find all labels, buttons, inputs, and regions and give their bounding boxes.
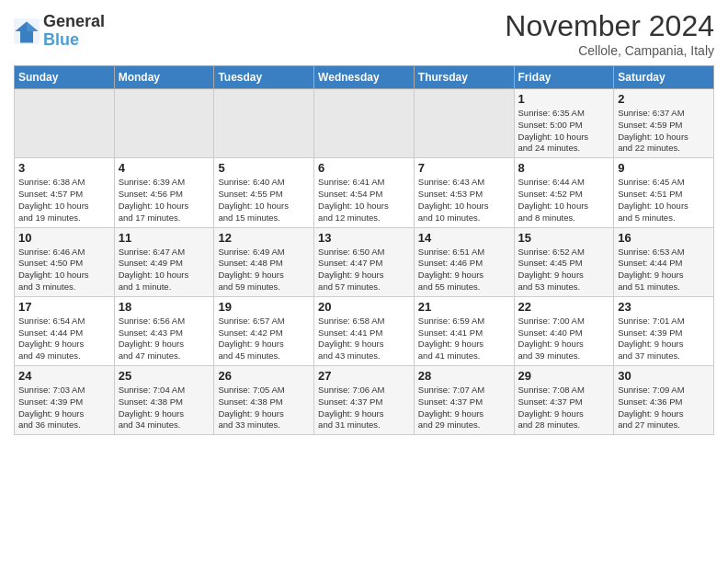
weekday-header-monday: Monday (114, 66, 214, 89)
day-number: 28 (418, 369, 510, 383)
cell-content: Sunrise: 6:52 AM Sunset: 4:45 PM Dayligh… (518, 247, 610, 293)
day-number: 6 (318, 161, 410, 175)
calendar-cell: 20Sunrise: 6:58 AM Sunset: 4:41 PM Dayli… (314, 296, 415, 365)
cell-content: Sunrise: 7:05 AM Sunset: 4:38 PM Dayligh… (218, 385, 310, 431)
calendar-cell: 17Sunrise: 6:54 AM Sunset: 4:44 PM Dayli… (15, 296, 115, 365)
title-block: November 2024 Cellole, Campania, Italy (505, 9, 714, 58)
cell-content: Sunrise: 6:51 AM Sunset: 4:46 PM Dayligh… (418, 247, 510, 293)
day-number: 7 (418, 161, 510, 175)
calendar-cell: 11Sunrise: 6:47 AM Sunset: 4:49 PM Dayli… (114, 227, 214, 296)
calendar-cell: 10Sunrise: 6:46 AM Sunset: 4:50 PM Dayli… (15, 227, 115, 296)
logo-icon (14, 18, 40, 44)
calendar-body: 1Sunrise: 6:35 AM Sunset: 5:00 PM Daylig… (15, 89, 714, 435)
calendar-cell: 18Sunrise: 6:56 AM Sunset: 4:43 PM Dayli… (114, 296, 214, 365)
weekday-header-thursday: Thursday (414, 66, 514, 89)
calendar-week-2: 3Sunrise: 6:38 AM Sunset: 4:57 PM Daylig… (15, 158, 714, 227)
cell-content: Sunrise: 6:49 AM Sunset: 4:48 PM Dayligh… (218, 247, 310, 293)
cell-content: Sunrise: 7:01 AM Sunset: 4:39 PM Dayligh… (618, 316, 710, 362)
calendar-week-1: 1Sunrise: 6:35 AM Sunset: 5:00 PM Daylig… (15, 89, 714, 158)
calendar-cell: 21Sunrise: 6:59 AM Sunset: 4:41 PM Dayli… (414, 296, 514, 365)
cell-content: Sunrise: 6:38 AM Sunset: 4:57 PM Dayligh… (18, 177, 110, 224)
calendar-cell: 14Sunrise: 6:51 AM Sunset: 4:46 PM Dayli… (414, 227, 514, 296)
cell-content: Sunrise: 6:58 AM Sunset: 4:41 PM Dayligh… (318, 316, 410, 362)
cell-content: Sunrise: 6:43 AM Sunset: 4:53 PM Dayligh… (418, 177, 510, 224)
calendar-cell: 9Sunrise: 6:45 AM Sunset: 4:51 PM Daylig… (614, 158, 714, 227)
day-number: 4 (119, 161, 210, 175)
day-number: 26 (218, 369, 310, 383)
weekday-header-sunday: Sunday (15, 66, 115, 89)
cell-content: Sunrise: 6:40 AM Sunset: 4:55 PM Dayligh… (218, 177, 310, 224)
cell-content: Sunrise: 6:54 AM Sunset: 4:44 PM Dayligh… (18, 316, 110, 362)
day-number: 18 (119, 300, 210, 314)
logo: General Blue (14, 13, 105, 50)
cell-content: Sunrise: 7:07 AM Sunset: 4:37 PM Dayligh… (418, 385, 510, 431)
cell-content: Sunrise: 6:39 AM Sunset: 4:56 PM Dayligh… (119, 177, 210, 224)
cell-content: Sunrise: 6:46 AM Sunset: 4:50 PM Dayligh… (18, 247, 110, 293)
calendar-cell: 5Sunrise: 6:40 AM Sunset: 4:55 PM Daylig… (214, 158, 314, 227)
day-number: 29 (518, 369, 610, 383)
calendar-cell: 28Sunrise: 7:07 AM Sunset: 4:37 PM Dayli… (414, 366, 514, 435)
weekday-header-tuesday: Tuesday (214, 66, 314, 89)
day-number: 5 (218, 161, 310, 175)
calendar-cell: 25Sunrise: 7:04 AM Sunset: 4:38 PM Dayli… (114, 366, 214, 435)
calendar-cell: 27Sunrise: 7:06 AM Sunset: 4:37 PM Dayli… (314, 366, 415, 435)
day-number: 30 (618, 369, 710, 383)
calendar-cell: 12Sunrise: 6:49 AM Sunset: 4:48 PM Dayli… (214, 227, 314, 296)
cell-content: Sunrise: 7:00 AM Sunset: 4:40 PM Dayligh… (518, 316, 610, 362)
day-number: 10 (18, 231, 110, 245)
calendar-week-5: 24Sunrise: 7:03 AM Sunset: 4:39 PM Dayli… (15, 366, 714, 435)
calendar-cell (114, 89, 214, 158)
calendar-cell: 22Sunrise: 7:00 AM Sunset: 4:40 PM Dayli… (514, 296, 614, 365)
calendar-cell: 7Sunrise: 6:43 AM Sunset: 4:53 PM Daylig… (414, 158, 514, 227)
calendar-cell: 2Sunrise: 6:37 AM Sunset: 4:59 PM Daylig… (614, 89, 714, 158)
weekday-header-saturday: Saturday (614, 66, 714, 89)
day-number: 8 (518, 161, 610, 175)
day-number: 11 (119, 231, 210, 245)
calendar-cell (414, 89, 514, 158)
calendar-cell: 29Sunrise: 7:08 AM Sunset: 4:37 PM Dayli… (514, 366, 614, 435)
calendar-cell: 6Sunrise: 6:41 AM Sunset: 4:54 PM Daylig… (314, 158, 415, 227)
calendar-cell: 13Sunrise: 6:50 AM Sunset: 4:47 PM Dayli… (314, 227, 415, 296)
day-number: 3 (18, 161, 110, 175)
calendar-week-4: 17Sunrise: 6:54 AM Sunset: 4:44 PM Dayli… (15, 296, 714, 365)
day-number: 15 (518, 231, 610, 245)
cell-content: Sunrise: 6:50 AM Sunset: 4:47 PM Dayligh… (318, 247, 410, 293)
calendar-cell: 23Sunrise: 7:01 AM Sunset: 4:39 PM Dayli… (614, 296, 714, 365)
calendar-cell: 19Sunrise: 6:57 AM Sunset: 4:42 PM Dayli… (214, 296, 314, 365)
day-number: 24 (18, 369, 110, 383)
cell-content: Sunrise: 6:59 AM Sunset: 4:41 PM Dayligh… (418, 316, 510, 362)
logo-text: General Blue (43, 13, 105, 50)
calendar-cell: 8Sunrise: 6:44 AM Sunset: 4:52 PM Daylig… (514, 158, 614, 227)
day-number: 2 (618, 92, 710, 106)
cell-content: Sunrise: 6:44 AM Sunset: 4:52 PM Dayligh… (518, 177, 610, 224)
calendar-cell (214, 89, 314, 158)
day-number: 12 (218, 231, 310, 245)
calendar-header: SundayMondayTuesdayWednesdayThursdayFrid… (15, 66, 714, 89)
day-number: 19 (218, 300, 310, 314)
cell-content: Sunrise: 7:03 AM Sunset: 4:39 PM Dayligh… (18, 385, 110, 431)
calendar-week-3: 10Sunrise: 6:46 AM Sunset: 4:50 PM Dayli… (15, 227, 714, 296)
day-number: 21 (418, 300, 510, 314)
cell-content: Sunrise: 6:37 AM Sunset: 4:59 PM Dayligh… (618, 108, 710, 155)
calendar-cell (314, 89, 415, 158)
day-number: 25 (119, 369, 210, 383)
day-number: 17 (18, 300, 110, 314)
day-number: 13 (318, 231, 410, 245)
calendar-cell: 16Sunrise: 6:53 AM Sunset: 4:44 PM Dayli… (614, 227, 714, 296)
calendar-cell: 26Sunrise: 7:05 AM Sunset: 4:38 PM Dayli… (214, 366, 314, 435)
cell-content: Sunrise: 7:04 AM Sunset: 4:38 PM Dayligh… (119, 385, 210, 431)
calendar-cell (15, 89, 115, 158)
calendar-cell: 1Sunrise: 6:35 AM Sunset: 5:00 PM Daylig… (514, 89, 614, 158)
day-number: 14 (418, 231, 510, 245)
weekday-header-wednesday: Wednesday (314, 66, 415, 89)
day-number: 9 (618, 161, 710, 175)
cell-content: Sunrise: 7:06 AM Sunset: 4:37 PM Dayligh… (318, 385, 410, 431)
day-number: 1 (518, 92, 610, 106)
cell-content: Sunrise: 6:45 AM Sunset: 4:51 PM Dayligh… (618, 177, 710, 224)
cell-content: Sunrise: 6:53 AM Sunset: 4:44 PM Dayligh… (618, 247, 710, 293)
cell-content: Sunrise: 6:41 AM Sunset: 4:54 PM Dayligh… (318, 177, 410, 224)
cell-content: Sunrise: 6:56 AM Sunset: 4:43 PM Dayligh… (119, 316, 210, 362)
weekday-header-row: SundayMondayTuesdayWednesdayThursdayFrid… (15, 66, 714, 89)
calendar-cell: 3Sunrise: 6:38 AM Sunset: 4:57 PM Daylig… (15, 158, 115, 227)
calendar-cell: 15Sunrise: 6:52 AM Sunset: 4:45 PM Dayli… (514, 227, 614, 296)
